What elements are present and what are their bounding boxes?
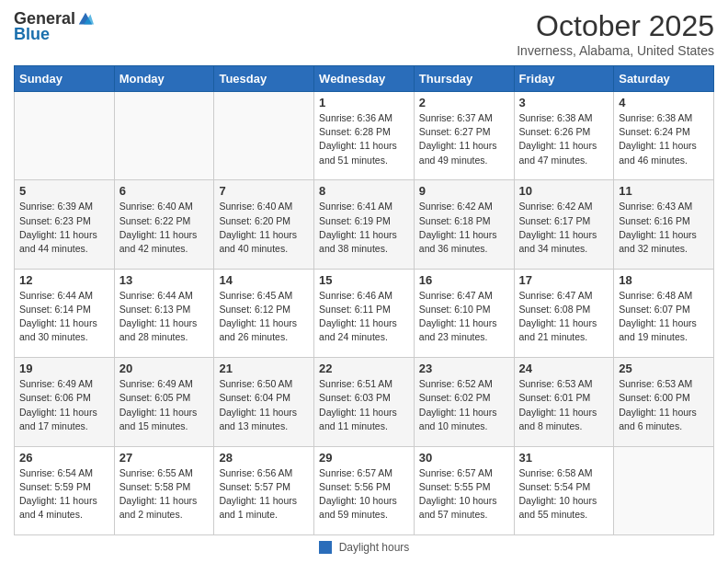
day-info: Sunrise: 6:47 AM Sunset: 6:10 PM Dayligh… (419, 289, 509, 345)
title-section: October 2025 Inverness, Alabama, United … (517, 9, 714, 58)
header-friday: Friday (514, 66, 614, 92)
legend-color-box (319, 541, 332, 554)
day-info: Sunrise: 6:52 AM Sunset: 6:02 PM Dayligh… (419, 377, 509, 433)
day-info: Sunrise: 6:49 AM Sunset: 6:05 PM Dayligh… (119, 377, 210, 433)
calendar-cell: 7Sunrise: 6:40 AM Sunset: 6:20 PM Daylig… (214, 180, 314, 269)
day-info: Sunrise: 6:46 AM Sunset: 6:11 PM Dayligh… (319, 289, 409, 345)
day-info: Sunrise: 6:57 AM Sunset: 5:55 PM Dayligh… (419, 466, 509, 523)
calendar-cell (214, 92, 314, 180)
day-info: Sunrise: 6:42 AM Sunset: 6:17 PM Dayligh… (519, 200, 609, 256)
calendar-cell: 24Sunrise: 6:53 AM Sunset: 6:01 PM Dayli… (514, 358, 614, 446)
calendar-cell: 2Sunrise: 6:37 AM Sunset: 6:27 PM Daylig… (414, 92, 514, 180)
day-number: 9 (419, 184, 509, 198)
header-monday: Monday (114, 66, 214, 92)
location: Inverness, Alabama, United States (517, 43, 714, 58)
day-info: Sunrise: 6:49 AM Sunset: 6:06 PM Dayligh… (19, 377, 109, 433)
days-header-row: Sunday Monday Tuesday Wednesday Thursday… (15, 66, 714, 92)
calendar-cell: 6Sunrise: 6:40 AM Sunset: 6:22 PM Daylig… (114, 180, 214, 269)
day-number: 21 (219, 362, 309, 375)
day-number: 25 (619, 362, 709, 375)
day-number: 17 (519, 273, 609, 287)
main-container: General Blue October 2025 Inverness, Ala… (0, 0, 728, 563)
month-title: October 2025 (517, 9, 714, 43)
day-number: 11 (619, 184, 709, 198)
day-number: 4 (619, 96, 709, 109)
calendar-cell: 4Sunrise: 6:38 AM Sunset: 6:24 PM Daylig… (614, 92, 714, 180)
day-number: 27 (119, 451, 210, 465)
calendar-cell: 28Sunrise: 6:56 AM Sunset: 5:57 PM Dayli… (214, 446, 314, 534)
day-number: 6 (119, 184, 210, 198)
calendar-cell: 15Sunrise: 6:46 AM Sunset: 6:11 PM Dayli… (314, 269, 415, 357)
day-number: 31 (519, 451, 609, 465)
calendar-cell: 22Sunrise: 6:51 AM Sunset: 6:03 PM Dayli… (314, 358, 415, 446)
day-number: 8 (319, 184, 409, 198)
calendar-cell: 29Sunrise: 6:57 AM Sunset: 5:56 PM Dayli… (314, 446, 415, 534)
day-number: 5 (19, 184, 109, 198)
day-number: 10 (519, 184, 609, 198)
day-info: Sunrise: 6:36 AM Sunset: 6:28 PM Dayligh… (319, 111, 409, 167)
day-number: 29 (319, 451, 409, 465)
day-info: Sunrise: 6:53 AM Sunset: 6:01 PM Dayligh… (519, 377, 609, 433)
header-tuesday: Tuesday (214, 66, 314, 92)
calendar-week-5: 26Sunrise: 6:54 AM Sunset: 5:59 PM Dayli… (15, 446, 714, 534)
day-number: 19 (19, 362, 109, 375)
calendar-cell: 13Sunrise: 6:44 AM Sunset: 6:13 PM Dayli… (114, 269, 214, 357)
calendar-table: Sunday Monday Tuesday Wednesday Thursday… (14, 65, 714, 535)
day-number: 15 (319, 273, 409, 287)
day-number: 14 (219, 273, 309, 287)
day-info: Sunrise: 6:38 AM Sunset: 6:26 PM Dayligh… (519, 111, 609, 167)
calendar-cell: 20Sunrise: 6:49 AM Sunset: 6:05 PM Dayli… (114, 358, 214, 446)
day-info: Sunrise: 6:44 AM Sunset: 6:14 PM Dayligh… (19, 289, 109, 345)
day-info: Sunrise: 6:38 AM Sunset: 6:24 PM Dayligh… (619, 111, 709, 167)
day-info: Sunrise: 6:39 AM Sunset: 6:23 PM Dayligh… (19, 200, 109, 256)
day-number: 24 (519, 362, 609, 375)
day-number: 16 (419, 273, 509, 287)
calendar-cell (114, 92, 214, 180)
calendar-cell: 21Sunrise: 6:50 AM Sunset: 6:04 PM Dayli… (214, 358, 314, 446)
calendar-cell: 16Sunrise: 6:47 AM Sunset: 6:10 PM Dayli… (414, 269, 514, 357)
calendar-cell: 18Sunrise: 6:48 AM Sunset: 6:07 PM Dayli… (614, 269, 714, 357)
calendar-week-1: 1Sunrise: 6:36 AM Sunset: 6:28 PM Daylig… (15, 92, 714, 180)
header-thursday: Thursday (414, 66, 514, 92)
calendar-cell: 3Sunrise: 6:38 AM Sunset: 6:26 PM Daylig… (514, 92, 614, 180)
day-info: Sunrise: 6:53 AM Sunset: 6:00 PM Dayligh… (619, 377, 709, 433)
calendar-cell: 8Sunrise: 6:41 AM Sunset: 6:19 PM Daylig… (314, 180, 415, 269)
day-number: 30 (419, 451, 509, 465)
calendar-cell (614, 446, 714, 534)
calendar-cell: 23Sunrise: 6:52 AM Sunset: 6:02 PM Dayli… (414, 358, 514, 446)
logo: General Blue (14, 9, 94, 44)
logo-icon (77, 11, 94, 28)
day-info: Sunrise: 6:37 AM Sunset: 6:27 PM Dayligh… (419, 111, 509, 167)
calendar-cell: 11Sunrise: 6:43 AM Sunset: 6:16 PM Dayli… (614, 180, 714, 269)
calendar-cell: 31Sunrise: 6:58 AM Sunset: 5:54 PM Dayli… (514, 446, 614, 534)
day-number: 1 (319, 96, 409, 109)
day-info: Sunrise: 6:55 AM Sunset: 5:58 PM Dayligh… (119, 466, 210, 523)
calendar-week-2: 5Sunrise: 6:39 AM Sunset: 6:23 PM Daylig… (15, 180, 714, 269)
day-number: 7 (219, 184, 309, 198)
day-info: Sunrise: 6:57 AM Sunset: 5:56 PM Dayligh… (319, 466, 409, 523)
day-number: 26 (19, 451, 109, 465)
calendar-cell: 1Sunrise: 6:36 AM Sunset: 6:28 PM Daylig… (314, 92, 415, 180)
calendar-cell: 9Sunrise: 6:42 AM Sunset: 6:18 PM Daylig… (414, 180, 514, 269)
day-info: Sunrise: 6:40 AM Sunset: 6:22 PM Dayligh… (119, 200, 210, 256)
header-wednesday: Wednesday (314, 66, 415, 92)
calendar-cell: 12Sunrise: 6:44 AM Sunset: 6:14 PM Dayli… (15, 269, 115, 357)
calendar-cell: 10Sunrise: 6:42 AM Sunset: 6:17 PM Dayli… (514, 180, 614, 269)
calendar-week-4: 19Sunrise: 6:49 AM Sunset: 6:06 PM Dayli… (15, 358, 714, 446)
day-info: Sunrise: 6:54 AM Sunset: 5:59 PM Dayligh… (19, 466, 109, 523)
day-number: 13 (119, 273, 210, 287)
logo-blue: Blue (14, 25, 50, 44)
calendar-cell: 17Sunrise: 6:47 AM Sunset: 6:08 PM Dayli… (514, 269, 614, 357)
calendar-cell: 19Sunrise: 6:49 AM Sunset: 6:06 PM Dayli… (15, 358, 115, 446)
day-number: 3 (519, 96, 609, 109)
day-info: Sunrise: 6:45 AM Sunset: 6:12 PM Dayligh… (219, 289, 309, 345)
header: General Blue October 2025 Inverness, Ala… (14, 9, 714, 58)
day-info: Sunrise: 6:40 AM Sunset: 6:20 PM Dayligh… (219, 200, 309, 256)
day-info: Sunrise: 6:43 AM Sunset: 6:16 PM Dayligh… (619, 200, 709, 256)
calendar-cell: 25Sunrise: 6:53 AM Sunset: 6:00 PM Dayli… (614, 358, 714, 446)
calendar-week-3: 12Sunrise: 6:44 AM Sunset: 6:14 PM Dayli… (15, 269, 714, 357)
day-number: 12 (19, 273, 109, 287)
day-info: Sunrise: 6:48 AM Sunset: 6:07 PM Dayligh… (619, 289, 709, 345)
calendar-cell: 27Sunrise: 6:55 AM Sunset: 5:58 PM Dayli… (114, 446, 214, 534)
header-sunday: Sunday (15, 66, 115, 92)
